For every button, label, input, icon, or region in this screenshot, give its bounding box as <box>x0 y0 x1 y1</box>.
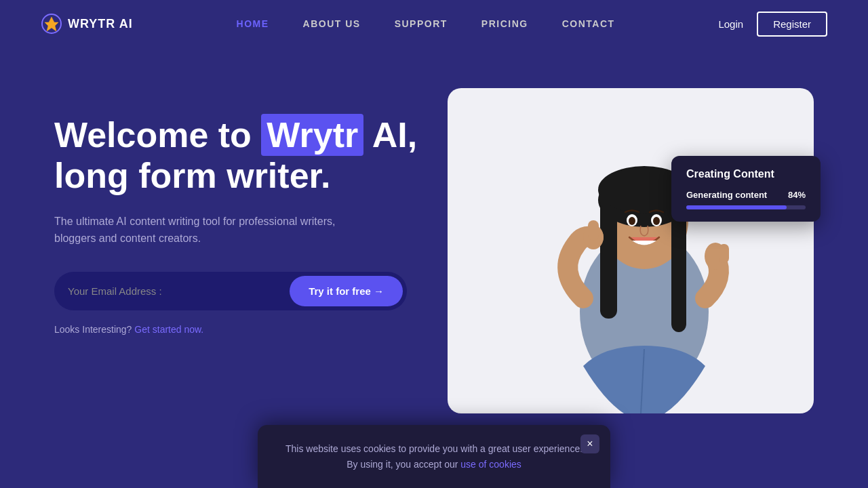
nav-links: HOME ABOUT US SUPPORT PRICING CONTACT <box>237 18 615 30</box>
cookie-close-button[interactable]: × <box>580 434 599 453</box>
logo[interactable]: WRYTR AI <box>41 13 133 35</box>
svg-point-11 <box>629 217 635 225</box>
content-card-label: Generating content 84% <box>686 190 806 200</box>
nav-link-contact[interactable]: CONTACT <box>562 18 615 29</box>
cookie-banner: × This website uses cookies to provide y… <box>258 425 610 488</box>
left-section: Welcome to Wrytr AI, long form writer. T… <box>54 75 448 335</box>
nav-item-pricing[interactable]: PRICING <box>481 18 528 30</box>
email-input[interactable] <box>68 280 290 302</box>
subtitle: The ultimate AI content writing tool for… <box>54 213 380 247</box>
logo-text: WRYTR AI <box>68 17 133 31</box>
person-svg <box>515 102 773 413</box>
cta-form: Try it for free → <box>54 272 407 310</box>
navbar: WRYTR AI HOME ABOUT US SUPPORT PRICING C… <box>0 0 868 47</box>
try-free-button[interactable]: Try it for free → <box>290 276 403 306</box>
cookie-message: This website uses cookies to provide you… <box>285 443 583 469</box>
hero-image-card <box>448 88 814 413</box>
nav-link-pricing[interactable]: PRICING <box>481 18 528 29</box>
headline-post: AI, <box>363 115 417 155</box>
person-illustration <box>509 88 780 413</box>
nav-link-about[interactable]: ABOUT US <box>303 18 361 29</box>
cookie-text: This website uses cookies to provide you… <box>282 441 586 472</box>
looks-interesting-label: Looks Interesting? <box>54 324 132 335</box>
looks-interesting-text: Looks Interesting? Get started now. <box>54 324 448 335</box>
cookie-link[interactable]: use of cookies <box>460 459 521 470</box>
main-content: Welcome to Wrytr AI, long form writer. T… <box>0 47 868 488</box>
nav-item-support[interactable]: SUPPORT <box>395 18 448 30</box>
svg-rect-14 <box>588 220 599 241</box>
login-button[interactable]: Login <box>718 18 743 30</box>
nav-link-support[interactable]: SUPPORT <box>395 18 448 29</box>
percent-label: 84% <box>788 190 806 200</box>
nav-link-home[interactable]: HOME <box>237 18 269 29</box>
generating-label: Generating content <box>686 190 767 200</box>
get-started-link[interactable]: Get started now. <box>134 324 203 335</box>
progress-bar-background <box>686 205 806 209</box>
headline-brand: Wrytr <box>261 114 363 156</box>
nav-item-contact[interactable]: CONTACT <box>562 18 615 30</box>
content-card: Creating Content Generating content 84% <box>671 156 821 222</box>
content-card-title: Creating Content <box>686 168 806 180</box>
nav-item-home[interactable]: HOME <box>237 18 269 30</box>
register-button[interactable]: Register <box>757 12 827 37</box>
svg-rect-6 <box>600 197 617 319</box>
logo-icon <box>41 13 62 35</box>
headline-line2: long form writer. <box>54 156 330 195</box>
svg-point-12 <box>653 217 660 225</box>
right-section: Creating Content Generating content 84% <box>448 88 814 413</box>
headline-pre: Welcome to <box>54 115 261 155</box>
progress-bar-fill <box>686 205 787 209</box>
headline: Welcome to Wrytr AI, long form writer. <box>54 115 448 197</box>
try-free-label: Try it for free → <box>309 285 384 297</box>
nav-actions: Login Register <box>718 12 827 37</box>
nav-item-about[interactable]: ABOUT US <box>303 18 361 30</box>
svg-rect-16 <box>719 244 729 263</box>
